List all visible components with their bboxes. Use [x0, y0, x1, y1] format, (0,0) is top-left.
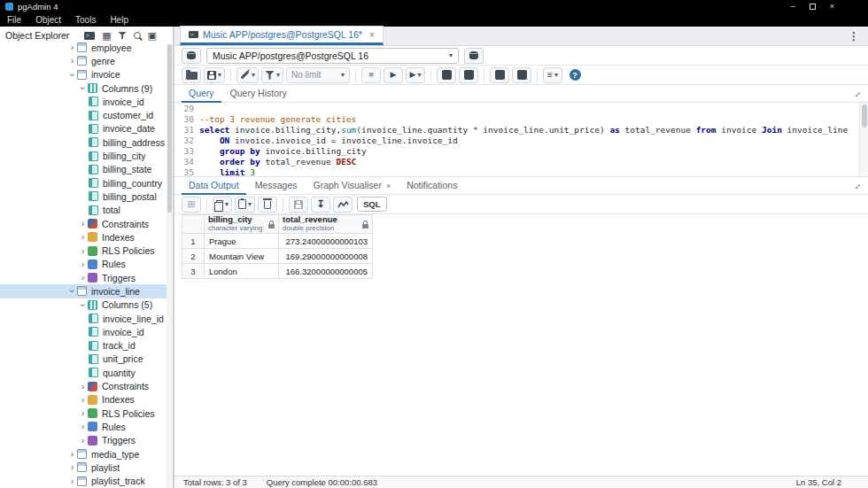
editor-scrollbar[interactable]	[859, 103, 868, 176]
tree-item-columns-9[interactable]: ›Columns (9)	[0, 81, 173, 95]
tree-item-indexes[interactable]: ›Indexes	[0, 230, 173, 244]
tree-item-constraints[interactable]: ›Constraints	[0, 379, 173, 392]
chevron-right-icon[interactable]: ›	[67, 449, 77, 459]
tree-scrollbar[interactable]	[167, 44, 173, 488]
tree-item-invoice-id[interactable]: invoice_id	[0, 325, 173, 338]
tab-menu-button[interactable]: ⋮	[840, 30, 868, 43]
filter-button[interactable]: ▾	[261, 67, 283, 83]
execute-button[interactable]: ▶	[384, 67, 403, 83]
menu-object[interactable]: Object	[28, 15, 68, 25]
cell-total-revenue[interactable]: 166.32000000000005	[279, 264, 373, 279]
chevron-right-icon[interactable]: ›	[78, 246, 88, 256]
chevron-right-icon[interactable]: ›	[67, 476, 77, 486]
tab-graph-visualiser[interactable]: Graph Visualiser×	[306, 177, 398, 195]
stop-button[interactable]: ■	[361, 67, 381, 83]
sql-editor[interactable]: 29303132333435 --top 3 revenue generate …	[174, 103, 868, 177]
tree-item-billing-state[interactable]: billing_state	[0, 163, 173, 176]
row-limit-select[interactable]: No limit▾	[286, 67, 350, 83]
cell-total-revenue[interactable]: 273.24000000000103	[279, 234, 373, 249]
tree-item-rls-policies[interactable]: ›RLS Policies	[0, 244, 173, 257]
tab-query[interactable]: Query	[182, 85, 221, 103]
row-number[interactable]: 2	[182, 249, 205, 264]
tree-item-invoice-id[interactable]: invoice_id	[0, 95, 173, 108]
tab-data-output[interactable]: Data Output	[182, 177, 246, 195]
scrollbar-thumb[interactable]	[167, 44, 172, 213]
cell-billing-city[interactable]: Mountain View	[205, 249, 279, 264]
chevron-right-icon[interactable]: ›	[67, 462, 77, 472]
tree-item-invoice-line-id[interactable]: invoice_line_id	[0, 312, 173, 325]
tab-notifications[interactable]: Notifications	[399, 177, 464, 195]
tree-item-rules[interactable]: ›Rules	[0, 420, 173, 433]
filtered-rows-button[interactable]	[119, 32, 127, 39]
query-tool-tab[interactable]: Music APP/postgres@PostgreSQL 16* ×	[180, 26, 384, 45]
delete-row-button[interactable]	[258, 197, 277, 213]
tab-messages[interactable]: Messages	[248, 177, 305, 195]
add-row-button[interactable]: ⊞	[182, 197, 201, 213]
tree-item-billing-postal[interactable]: billing_postal	[0, 190, 173, 203]
open-file-button[interactable]	[182, 67, 201, 83]
search-objects-button[interactable]	[134, 32, 141, 39]
chevron-right-icon[interactable]: ›	[78, 232, 88, 242]
connection-status-button[interactable]	[182, 48, 201, 64]
chevron-right-icon[interactable]: ›	[78, 436, 88, 445]
tree-item-unit-price[interactable]: unit_price	[0, 352, 173, 366]
chevron-right-icon[interactable]: ›	[78, 408, 88, 418]
tree-item-genre[interactable]: ›genre	[0, 54, 173, 67]
tree-item-billing-country[interactable]: billing_country	[0, 176, 173, 190]
cell-billing-city[interactable]: London	[205, 264, 279, 279]
menu-help[interactable]: Help	[103, 15, 136, 25]
tree-item-playlist-track[interactable]: ›playlist_track	[0, 475, 173, 488]
chevron-right-icon[interactable]: ›	[78, 273, 88, 283]
tree-item-rules[interactable]: ›Rules	[0, 258, 173, 271]
sql-query-button[interactable]: SQL	[357, 197, 387, 212]
chevron-right-icon[interactable]: ›	[67, 43, 77, 52]
rollback-button[interactable]	[512, 67, 531, 83]
tree-item-invoice-date[interactable]: invoice_date	[0, 122, 173, 136]
edit-button[interactable]: ▾	[236, 67, 259, 83]
help-button[interactable]	[565, 67, 585, 83]
chevron-right-icon[interactable]: ›	[67, 56, 77, 66]
column-header-billing-city[interactable]: billing_citycharacter varying (30)	[205, 214, 279, 234]
copy-button[interactable]: ▾	[213, 197, 232, 213]
tree-item-invoice-line[interactable]: ›invoice_line	[0, 284, 173, 298]
expand-panel-icon[interactable]: ↔	[850, 179, 864, 192]
query-tool-button[interactable]	[84, 32, 95, 40]
commit-button[interactable]	[490, 67, 509, 83]
save-data-button[interactable]	[289, 197, 308, 213]
tree-item-constraints[interactable]: ›Constraints	[0, 217, 173, 230]
paste-button[interactable]: ▾	[235, 197, 255, 213]
tree-item-triggers[interactable]: ›Triggers	[0, 434, 173, 447]
tree-item-media-type[interactable]: ›media_type	[0, 447, 173, 461]
tree-item-quantity[interactable]: quantity	[0, 366, 173, 379]
macros-button[interactable]: ≡▾	[543, 67, 562, 83]
tab-close-icon[interactable]: ×	[386, 182, 391, 190]
chevron-right-icon[interactable]: ›	[78, 395, 88, 405]
close-button[interactable]: ×	[830, 3, 834, 11]
new-connection-button[interactable]	[464, 48, 484, 64]
chevron-down-icon[interactable]: ›	[67, 70, 77, 80]
tree-item-total[interactable]: total	[0, 204, 173, 217]
tree-item-employee[interactable]: ›employee	[0, 41, 173, 54]
tree-item-playlist[interactable]: ›playlist	[0, 461, 173, 474]
select-all-corner[interactable]	[182, 214, 205, 234]
cell-billing-city[interactable]: Prague	[205, 234, 279, 249]
tree-item-triggers[interactable]: ›Triggers	[0, 271, 173, 284]
tree-item-track-id[interactable]: track_id	[0, 339, 173, 352]
tree-item-billing-address[interactable]: billing_address	[0, 136, 173, 149]
menu-tools[interactable]: Tools	[68, 15, 103, 25]
menu-file[interactable]: File	[0, 15, 28, 25]
tree-item-indexes[interactable]: ›Indexes	[0, 393, 173, 407]
chevron-right-icon[interactable]: ›	[78, 382, 88, 391]
tab-query-history[interactable]: Query History	[223, 85, 294, 103]
execute-options-button[interactable]: ▶▾	[406, 67, 425, 83]
chevron-right-icon[interactable]: ›	[78, 422, 88, 431]
save-results-button[interactable]: ↧	[311, 197, 330, 213]
open-panel-button[interactable]: ▣	[148, 31, 157, 41]
cell-total-revenue[interactable]: 169.29000000000008	[279, 249, 373, 264]
graph-visualiser-button[interactable]	[333, 197, 353, 213]
tree-item-billing-city[interactable]: billing_city	[0, 149, 173, 162]
tab-close-icon[interactable]: ×	[369, 30, 375, 40]
expand-panel-icon[interactable]: ↔	[850, 87, 864, 100]
chevron-right-icon[interactable]: ›	[78, 259, 88, 269]
minimize-button[interactable]: –	[791, 3, 795, 11]
